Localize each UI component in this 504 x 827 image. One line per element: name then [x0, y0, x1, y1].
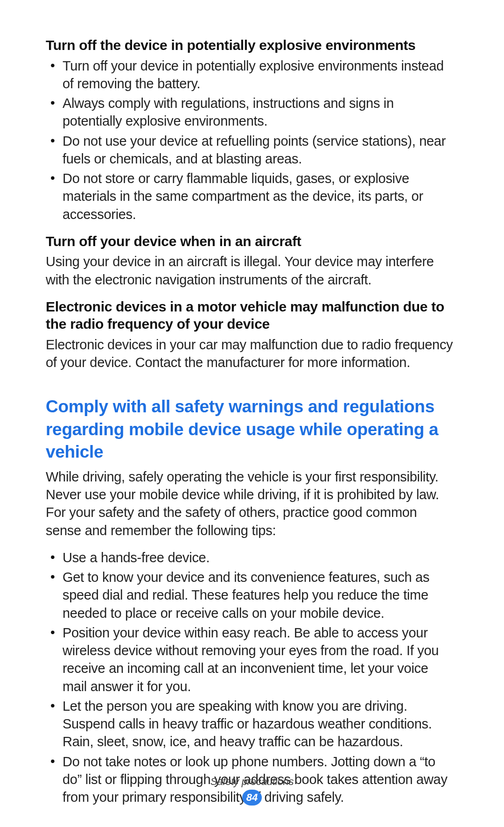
section-heading: Turn off the device in potentially explo…: [46, 36, 454, 54]
page-footer: Safety precautions 84: [0, 776, 504, 806]
section-explosive-environments: Turn off the device in potentially explo…: [46, 36, 454, 223]
document-page: Turn off the device in potentially explo…: [0, 0, 504, 827]
page-number-badge: 84: [242, 790, 262, 806]
section-aircraft: Turn off your device when in an aircraft…: [46, 233, 454, 289]
paragraph: While driving, safely operating the vehi…: [46, 468, 454, 539]
list-item: Let the person you are speaking with kno…: [46, 697, 454, 751]
list-item: Position your device within easy reach. …: [46, 624, 454, 695]
footer-section-title: Safety precautions: [0, 776, 504, 788]
list-item: Turn off your device in potentially expl…: [46, 57, 454, 93]
bullet-list: Use a hands-free device. Get to know you…: [46, 549, 454, 806]
section-heading: Electronic devices in a motor vehicle ma…: [46, 298, 454, 333]
bullet-list: Turn off your device in potentially expl…: [46, 57, 454, 223]
major-heading: Comply with all safety warnings and regu…: [46, 396, 454, 463]
list-item: Always comply with regulations, instruct…: [46, 94, 454, 130]
list-item: Do not use your device at refuelling poi…: [46, 132, 454, 168]
paragraph: Using your device in an aircraft is ille…: [46, 253, 454, 289]
list-item: Use a hands-free device.: [46, 549, 454, 566]
list-item: Do not store or carry flammable liquids,…: [46, 170, 454, 223]
page-number: 84: [246, 792, 258, 804]
list-item: Get to know your device and its convenie…: [46, 568, 454, 622]
paragraph: Electronic devices in your car may malfu…: [46, 336, 454, 372]
section-motor-vehicle: Electronic devices in a motor vehicle ma…: [46, 298, 454, 372]
section-heading: Turn off your device when in an aircraft: [46, 233, 454, 250]
